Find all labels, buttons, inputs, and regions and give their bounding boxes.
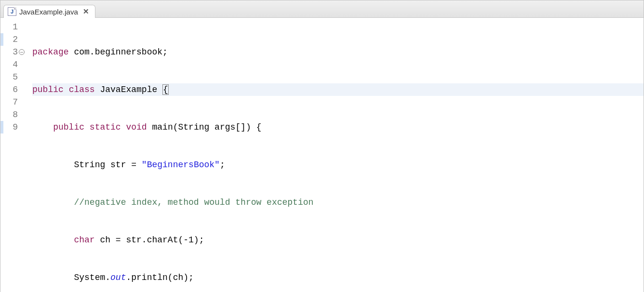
editor-region: J JavaExample.java ✕ 1 2 3 4 5 6 7 8 9 [0, 0, 644, 292]
static-field: out [110, 273, 126, 282]
indent [32, 122, 53, 132]
keyword: package [32, 47, 69, 57]
code-text-span: .println(ch); [126, 273, 193, 282]
keyword: char [74, 235, 94, 245]
indent [32, 235, 74, 245]
java-file-icon: J [8, 7, 16, 16]
code-text-span: main(String args[]) { [147, 122, 262, 132]
code-text-span: ; [220, 160, 225, 170]
comment: //negative index, method would throw exc… [74, 198, 313, 207]
code-text-span: System. [74, 273, 110, 282]
code-text[interactable]: package com.beginnersbook; public class … [23, 21, 644, 292]
indent [32, 273, 74, 282]
keyword: public [53, 122, 84, 132]
code-text-span: JavaExample [95, 85, 162, 94]
file-tab[interactable]: J JavaExample.java ✕ [3, 5, 95, 18]
file-tab-label: JavaExample.java [19, 8, 78, 16]
code-area[interactable]: 1 2 3 4 5 6 7 8 9 package com.beginnersb… [0, 18, 644, 292]
line-number-gutter: 1 2 3 4 5 6 7 8 9 [3, 21, 23, 292]
brace: { [162, 84, 169, 95]
code-text-span: ch = str.charAt(-1); [95, 235, 204, 245]
string-literal: "BeginnersBook" [142, 160, 220, 170]
indent [32, 160, 74, 170]
editor-tab-bar: J JavaExample.java ✕ [0, 0, 644, 18]
keyword: class [69, 85, 95, 94]
close-icon[interactable]: ✕ [81, 7, 89, 16]
fold-toggle-icon[interactable] [19, 49, 25, 55]
keyword: public [32, 85, 64, 94]
code-text-span: com.beginnersbook; [69, 47, 168, 57]
code-text-span: String str = [74, 160, 141, 170]
keyword: static [90, 122, 121, 132]
keyword: void [126, 122, 147, 132]
indent [32, 198, 74, 207]
